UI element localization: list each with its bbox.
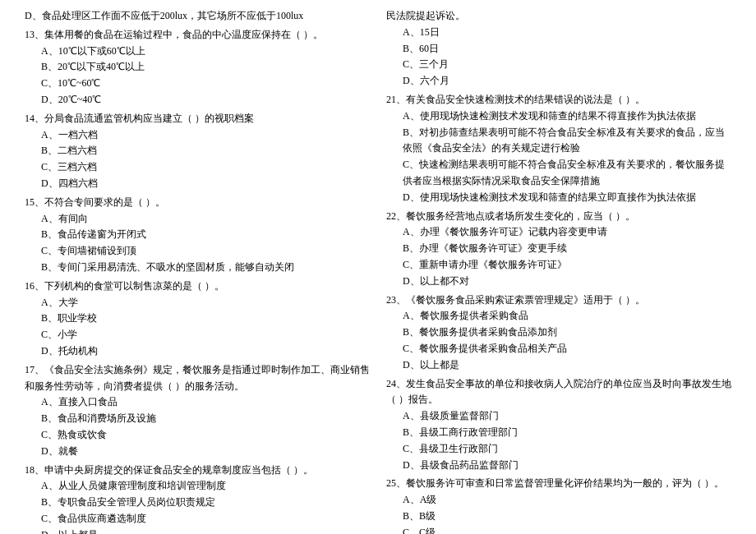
question-text: 25、餐饮服务许可审查和日常监督管理量化评价结果均为一般的，评为（ ）。 [386,476,731,492]
question-block: 15、不符合专间要求的是（ ）。A、有间向B、食品传递窗为开闭式C、专间墙裙铺设… [25,195,370,276]
question-text: 16、下列机构的食堂可以制售凉菜的是（ ）。 [25,279,370,295]
option: B、专职食品安全管理人员岗位职责规定 [25,495,370,511]
question-text: 15、不符合专间要求的是（ ）。 [25,195,370,211]
option: D、以上都不对 [386,274,731,290]
option: C、快速检测结果表明可能不符合食品安全标准及有关要求的，餐饮服务提供者应当根据实… [386,157,731,190]
option: D、就餐 [25,444,370,460]
option: C、专间墙裙铺设到顶 [25,243,370,260]
option: B、专间门采用易清洗、不吸水的坚固材质，能够自动关闭 [25,260,370,276]
question-text: 21、有关食品安全快速检测技术的结果错误的说法是（ ）。 [386,92,731,108]
option: A、10℃以下或60℃以上 [25,44,370,60]
option: D、托幼机构 [25,343,370,360]
question-text: 22、餐饮服务经营地点或者场所发生变化的，应当（ ）。 [386,209,731,225]
option: D、六个月 [386,73,731,90]
option: B、食品传递窗为开闭式 [25,227,370,243]
option: A、A级 [386,492,731,509]
option: D、20℃~40℃ [25,92,370,108]
option: B、二档六档 [25,143,370,159]
question-text: 民法院提起诉讼。 [386,8,731,25]
option: D、以上都是 [25,527,370,534]
option: A、办理《餐饮服务许可证》记载内容变更申请 [386,224,731,241]
question-block: 23、《餐饮服务食品采购索证索票管理规定》适用于（ ）。A、餐饮服务提供者采购食… [386,292,731,374]
option: B、餐饮服务提供者采购食品添加剂 [386,325,731,341]
question-block: 21、有关食品安全快速检测技术的结果错误的说法是（ ）。A、使用现场快速检测技术… [386,92,731,206]
question-text: D、食品处理区工作面不应低于200lux，其它场所不应低于100lux [25,8,370,25]
question-block: 22、餐饮服务经营地点或者场所发生变化的，应当（ ）。A、办理《餐饮服务许可证》… [386,209,731,290]
option: A、大学 [25,295,370,311]
option: B、B级 [386,509,731,525]
main-content: D、食品处理区工作面不应低于200lux，其它场所不应低于100lux13、集体… [25,8,731,534]
right-column: 民法院提起诉讼。A、15日B、60日C、三个月D、六个月21、有关食品安全快速检… [386,8,731,534]
option: C、熟食或饮食 [25,427,370,444]
option: C、小学 [25,327,370,343]
option: D、以上都是 [386,357,731,374]
question-text: 24、发生食品安全事故的单位和接收病人入院治疗的单位应当及时向事故发生地（ ）报… [386,376,731,409]
left-column: D、食品处理区工作面不应低于200lux，其它场所不应低于100lux13、集体… [25,8,370,534]
question-block: 18、申请中央厨房提交的保证食品安全的规章制度应当包括（ ）。A、从业人员健康管… [25,463,370,534]
question-block: 13、集体用餐的食品在运输过程中，食品的中心温度应保持在（ ）。A、10℃以下或… [25,27,370,108]
question-block: 民法院提起诉讼。A、15日B、60日C、三个月D、六个月 [386,8,731,90]
option: C、重新申请办理《餐饮服务许可证》 [386,257,731,274]
question-block: 16、下列机构的食堂可以制售凉菜的是（ ）。A、大学B、职业学校C、小学D、托幼… [25,279,370,360]
question-block: 24、发生食品安全事故的单位和接收病人入院治疗的单位应当及时向事故发生地（ ）报… [386,376,731,474]
option: A、有间向 [25,211,370,228]
question-block: 14、分局食品流通监管机构应当建立（ ）的视职档案A、一档六档B、二档六档C、三… [25,111,370,192]
question-text: 17、《食品安全法实施条例》规定，餐饮服务是指通过即时制作加工、商业销售和服务性… [25,362,370,395]
option: C、三档六档 [25,159,370,176]
question-text: 14、分局食品流通监管机构应当建立（ ）的视职档案 [25,111,370,127]
option: D、使用现场快速检测技术发现和筛查的结果立即直接作为执法依据 [386,190,731,206]
option: D、四档六档 [25,176,370,192]
option: D、县级食品药品监督部门 [386,458,731,474]
question-text: 18、申请中央厨房提交的保证食品安全的规章制度应当包括（ ）。 [25,463,370,479]
option: C、C级 [386,525,731,534]
option: B、对初步筛查结果表明可能不符合食品安全标准及有关要求的食品，应当依照《食品安全… [386,125,731,158]
question-text: 13、集体用餐的食品在运输过程中，食品的中心温度应保持在（ ）。 [25,27,370,44]
option: A、一档六档 [25,127,370,144]
option: C、食品供应商遴选制度 [25,511,370,527]
option: B、县级工商行政管理部门 [386,425,731,441]
option: A、使用现场快速检测技术发现和筛查的结果不得直接作为执法依据 [386,108,731,125]
question-block: 17、《食品安全法实施条例》规定，餐饮服务是指通过即时制作加工、商业销售和服务性… [25,362,370,460]
option: B、食品和消费场所及设施 [25,411,370,427]
option: C、餐饮服务提供者采购食品相关产品 [386,341,731,357]
option: A、县级质量监督部门 [386,408,731,425]
option: A、餐饮服务提供者采购食品 [386,308,731,325]
option: B、20℃以下或40℃以上 [25,59,370,76]
option: A、15日 [386,25,731,41]
question-text: 23、《餐饮服务食品采购索证索票管理规定》适用于（ ）。 [386,292,731,309]
option: A、直接入口食品 [25,394,370,411]
option: B、职业学校 [25,311,370,327]
option: A、从业人员健康管理制度和培训管理制度 [25,478,370,495]
question-block: D、食品处理区工作面不应低于200lux，其它场所不应低于100lux [25,8,370,25]
option: C、10℃~60℃ [25,76,370,92]
option: C、县级卫生行政部门 [386,441,731,458]
option: B、60日 [386,41,731,58]
question-block: 25、餐饮服务许可审查和日常监督管理量化评价结果均为一般的，评为（ ）。A、A级… [386,476,731,534]
option: C、三个月 [386,57,731,73]
option: B、办理《餐饮服务许可证》变更手续 [386,241,731,257]
